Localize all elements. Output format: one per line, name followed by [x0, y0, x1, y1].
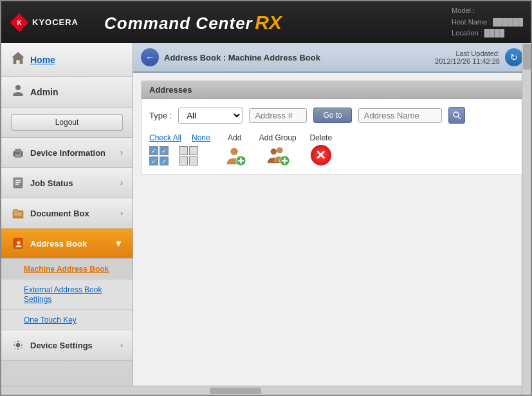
svg-rect-15: [14, 214, 22, 216]
svg-rect-8: [14, 178, 23, 188]
goto-button[interactable]: Go to: [313, 108, 351, 123]
sidebar-item-address-book[interactable]: Address Book ▼: [1, 229, 133, 259]
search-icon: [452, 111, 461, 120]
scrollbar-thumb[interactable]: [523, 44, 531, 70]
device-settings-label: Device Settings: [30, 341, 93, 350]
sidebar-sub-one-touch-key[interactable]: One Touch Key: [1, 310, 133, 330]
kyocera-logo: K KYOCERA: [9, 12, 78, 33]
add-group-icon: [266, 144, 289, 167]
checkbox-2[interactable]: [160, 146, 169, 155]
check-boxes-row: [149, 146, 210, 165]
device-information-arrow: ›: [120, 148, 123, 157]
address-book-label: Address Book: [30, 239, 87, 249]
add-group-label: Add Group: [259, 133, 297, 142]
printer-icon: [11, 146, 25, 160]
one-touch-key-link[interactable]: One Touch Key: [24, 316, 77, 325]
content-body: Addresses Type : All Individual Group: [133, 73, 531, 396]
filter-row: Type : All Individual Group Go to: [149, 107, 515, 124]
location-info: Location : ████: [452, 28, 523, 39]
address-name-input[interactable]: [358, 108, 442, 123]
model-info: Model :: [452, 5, 523, 17]
content-area: ← Address Book : Machine Address Book La…: [133, 43, 531, 396]
main-container: Home Admin Logout: [1, 43, 531, 396]
logout-area: Logout: [1, 108, 133, 138]
admin-label: Admin: [30, 87, 59, 97]
home-link[interactable]: Home: [30, 55, 55, 65]
sidebar-admin-area: Admin: [1, 77, 133, 108]
svg-rect-17: [13, 240, 15, 241]
svg-point-20: [17, 241, 21, 245]
add-action[interactable]: Add: [223, 133, 246, 167]
back-button[interactable]: ←: [141, 48, 159, 66]
sidebar: Home Admin Logout: [1, 43, 133, 396]
title-rx: RX: [255, 12, 282, 33]
sidebar-item-document-box[interactable]: Document Box ›: [1, 198, 133, 229]
sidebar-home[interactable]: Home: [1, 43, 133, 77]
checkbox-7[interactable]: [179, 156, 188, 165]
check-all-label[interactable]: Check All: [149, 133, 181, 142]
svg-rect-5: [15, 149, 21, 153]
none-label[interactable]: None: [192, 133, 210, 142]
checkbox-5[interactable]: [179, 146, 188, 155]
last-updated-value: 2012/12/26 11:42:28: [435, 57, 500, 65]
external-address-book-link[interactable]: External Address Book Settings: [24, 285, 102, 304]
hostname-info: Host Name : ██████: [452, 17, 523, 28]
breadcrumb-area: ← Address Book : Machine Address Book: [141, 48, 320, 66]
svg-point-7: [20, 153, 21, 154]
checkbox-8[interactable]: [189, 156, 198, 165]
sidebar-item-device-settings[interactable]: Device Settings ›: [1, 330, 133, 361]
svg-rect-14: [14, 212, 22, 214]
device-settings-icon: [11, 338, 25, 352]
logo-area: K KYOCERA Command Center RX: [9, 12, 282, 33]
sidebar-item-device-information[interactable]: Device Information ›: [1, 138, 133, 168]
add-icon: [223, 144, 246, 167]
addresses-section-body: Type : All Individual Group Go to: [142, 99, 522, 174]
logout-button[interactable]: Logout: [11, 114, 123, 131]
job-status-label: Job Status: [30, 178, 73, 188]
kyocera-brand-text: KYOCERA: [32, 17, 78, 27]
svg-point-21: [16, 343, 20, 347]
job-status-arrow: ›: [120, 178, 123, 187]
location-value: ████: [484, 29, 504, 37]
address-number-input[interactable]: [249, 108, 307, 123]
horizontal-scrollbar[interactable]: [1, 386, 522, 395]
svg-rect-13: [13, 209, 18, 212]
sidebar-sub-machine-address-book[interactable]: Machine Address Book: [1, 259, 133, 279]
svg-rect-19: [13, 245, 15, 247]
checkbox-6[interactable]: [189, 146, 198, 155]
type-select[interactable]: All Individual Group: [178, 108, 243, 124]
checkbox-3[interactable]: [149, 156, 158, 165]
admin-icon: [11, 83, 25, 100]
svg-line-23: [458, 117, 461, 119]
check-all-boxes: [149, 146, 169, 165]
search-button[interactable]: [448, 107, 465, 124]
horizontal-scrollbar-thumb[interactable]: [210, 388, 261, 394]
svg-point-22: [454, 112, 459, 117]
addresses-section-header: Addresses: [142, 81, 522, 99]
device-settings-arrow: ›: [120, 341, 123, 350]
refresh-button[interactable]: ↻: [505, 48, 523, 66]
none-boxes: [179, 146, 198, 165]
vertical-scrollbar[interactable]: [522, 43, 531, 396]
delete-action[interactable]: Delete ✕: [309, 133, 333, 167]
add-group-action[interactable]: Add Group: [259, 133, 297, 167]
device-information-label: Device Information: [30, 148, 105, 158]
svg-point-3: [15, 85, 21, 90]
checkbox-4[interactable]: [160, 156, 169, 165]
sidebar-item-job-status[interactable]: Job Status ›: [1, 168, 133, 198]
checkbox-1[interactable]: [149, 146, 158, 155]
machine-address-book-link[interactable]: Machine Address Book: [24, 265, 109, 274]
nav-item-left: Document Box: [11, 206, 89, 220]
svg-rect-18: [13, 242, 15, 244]
sidebar-sub-external-address-book[interactable]: External Address Book Settings: [1, 279, 133, 310]
model-label: Model :: [452, 6, 475, 14]
hostname-label: Host Name :: [452, 18, 491, 26]
app-title: Command Center RX: [104, 12, 282, 33]
action-row: Check All None: [149, 133, 515, 167]
location-label: Location :: [452, 29, 482, 37]
document-box-arrow: ›: [120, 209, 123, 218]
last-updated-info: Last Updated: 2012/12/26 11:42:28: [435, 50, 500, 65]
svg-point-24: [230, 148, 237, 155]
job-status-icon: [11, 176, 25, 190]
svg-point-28: [270, 149, 276, 155]
